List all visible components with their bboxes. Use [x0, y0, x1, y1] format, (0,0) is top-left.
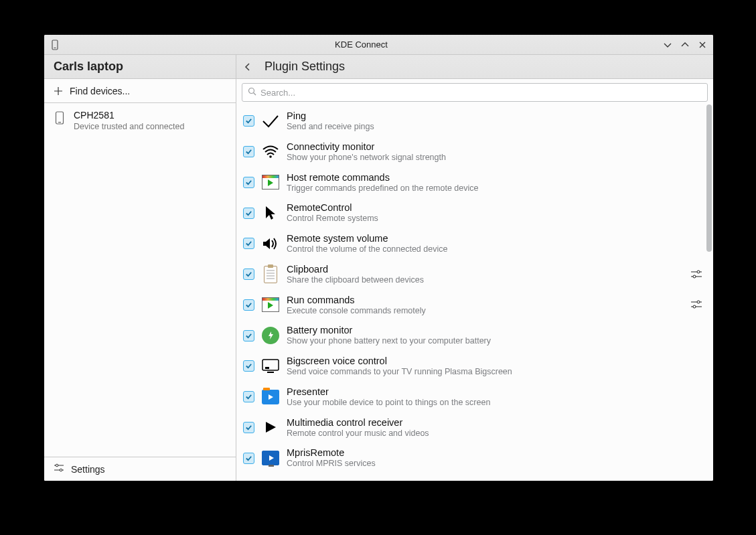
plugin-row[interactable]: RemoteControlControl Remote systems [236, 198, 713, 228]
plugin-row[interactable]: Run commandsExecute console commands rem… [236, 290, 713, 321]
main-header: Plugin Settings [236, 55, 713, 79]
plugin-text: Run commandsExecute console commands rem… [287, 294, 682, 317]
plugin-row[interactable]: Remote system volumeControl the volume o… [236, 228, 713, 259]
plugin-title: Connectivity monitor [287, 141, 704, 153]
plugin-configure-button[interactable] [689, 267, 704, 282]
plugin-text: PingSend and receive pings [287, 110, 704, 133]
app-icon [50, 40, 60, 50]
plugin-checkbox[interactable] [243, 299, 254, 311]
maximize-button[interactable] [680, 40, 690, 50]
plugin-row[interactable]: Connectivity monitorShow your phone's ne… [236, 137, 713, 167]
window-title: KDE Connect [60, 40, 662, 50]
page-title: Plugin Settings [264, 60, 345, 74]
plugin-checkbox[interactable] [243, 360, 254, 372]
device-status: Device trusted and connected [74, 122, 184, 131]
plugin-text: MprisRemoteControl MPRIS services [287, 447, 704, 469]
plugin-checkbox[interactable] [243, 115, 254, 127]
plugin-title: Run commands [287, 294, 682, 306]
settings-button[interactable]: Settings [44, 457, 236, 481]
scrollbar-thumb[interactable] [706, 104, 712, 252]
plugin-checkbox[interactable] [243, 269, 254, 280]
plugin-description: Remote control your music and videos [287, 429, 704, 439]
plugin-description: Execute console commands remotely [287, 306, 682, 317]
plugin-row[interactable]: Multimedia control receiverRemote contro… [236, 412, 713, 443]
plugin-checkbox[interactable] [243, 208, 254, 219]
plugin-description: Show your phone battery next to your com… [287, 336, 704, 347]
plugin-checkbox[interactable] [243, 238, 254, 249]
plugin-checkbox[interactable] [243, 391, 254, 402]
plugin-row[interactable]: PingSend and receive pings [236, 106, 713, 137]
media-icon [261, 173, 280, 192]
search-box[interactable] [242, 83, 708, 102]
minimize-button[interactable] [662, 40, 673, 50]
svg-point-5 [60, 469, 62, 471]
plugin-row[interactable]: Host remote commandsTrigger commands pre… [236, 167, 713, 198]
search-container [236, 79, 713, 104]
plugin-text: Remote system volumeControl the volume o… [287, 232, 704, 255]
svg-point-6 [249, 88, 254, 94]
wifi-icon [261, 143, 280, 161]
app-window: KDE Connect Carls laptop Find devices... [44, 35, 713, 481]
plugin-configure-button[interactable] [689, 297, 704, 312]
plugin-checkbox[interactable] [243, 146, 254, 157]
plugin-text: ClipboardShare the clipboard between dev… [287, 263, 682, 286]
media-icon [261, 295, 280, 314]
plugin-title: Ping [287, 110, 704, 122]
svg-point-4 [56, 464, 58, 467]
svg-rect-14 [265, 367, 269, 369]
plugin-description: Trigger commands predefined on the remot… [287, 183, 704, 194]
plugin-row[interactable]: MprisRemoteControl MPRIS services [236, 443, 713, 473]
plugin-checkbox[interactable] [243, 330, 254, 341]
plugin-text: Bigscreen voice controlSend voice comman… [287, 355, 704, 378]
plugin-checkbox[interactable] [243, 177, 254, 188]
plugin-description: Send voice commands to your TV running P… [287, 367, 704, 378]
plus-icon [54, 86, 63, 96]
svg-rect-13 [267, 372, 274, 373]
plugin-row[interactable]: PresenterUse your mobile device to point… [236, 382, 713, 412]
device-list: CPH2581 Device trusted and connected [44, 103, 236, 457]
find-devices-button[interactable]: Find devices... [44, 79, 236, 103]
plugin-row[interactable]: ClipboardShare the clipboard between dev… [236, 259, 713, 290]
svg-rect-1 [54, 48, 56, 48]
sliders-icon [54, 463, 64, 475]
svg-point-9 [693, 275, 696, 278]
svg-point-7 [269, 155, 272, 158]
plugin-text: Host remote commandsTrigger commands pre… [287, 171, 704, 194]
settings-label: Settings [71, 464, 105, 475]
plugin-checkbox[interactable] [243, 422, 254, 433]
svg-point-11 [693, 305, 696, 308]
plugin-description: Control Remote systems [287, 214, 704, 224]
plugin-description: Share the clipboard between devices [287, 275, 682, 286]
plugin-row[interactable]: Bigscreen voice controlSend voice comman… [236, 351, 713, 382]
device-item[interactable]: CPH2581 Device trusted and connected [44, 103, 236, 138]
plugin-row[interactable]: Battery monitorShow your phone battery n… [236, 320, 713, 351]
main-panel: Plugin Settings PingSend and receive pin… [236, 55, 713, 481]
plugin-title: Multimedia control receiver [287, 416, 704, 429]
content-area: Carls laptop Find devices... CPH2581 Dev… [44, 55, 713, 481]
volume-icon [261, 234, 280, 253]
presenter-icon [261, 388, 280, 406]
scrollbar[interactable] [706, 104, 712, 478]
plugin-checkbox[interactable] [243, 453, 254, 464]
plugin-text: Battery monitorShow your phone battery n… [287, 324, 704, 347]
plugin-description: Show your phone's network signal strengt… [287, 153, 704, 163]
plugin-text: PresenterUse your mobile device to point… [287, 386, 704, 408]
plugin-text: RemoteControlControl Remote systems [287, 202, 704, 224]
svg-rect-12 [262, 360, 279, 370]
plugin-title: Bigscreen voice control [287, 355, 704, 367]
window-controls [662, 40, 708, 50]
current-device-name: Carls laptop [54, 60, 123, 74]
plugin-title: RemoteControl [287, 202, 704, 214]
svg-point-8 [697, 271, 700, 273]
plugin-description: Use your mobile device to point to thing… [287, 398, 704, 408]
plugin-description: Control the volume of the connected devi… [287, 244, 704, 255]
ping-icon [261, 112, 280, 131]
device-name: CPH2581 [74, 110, 184, 121]
search-input[interactable] [260, 88, 702, 98]
sidebar-header: Carls laptop [44, 55, 236, 79]
plugin-list[interactable]: PingSend and receive pingsConnectivity m… [236, 104, 713, 481]
plugin-description: Send and receive pings [287, 122, 704, 133]
back-button[interactable] [240, 60, 255, 74]
close-button[interactable] [697, 40, 708, 50]
plugin-title: MprisRemote [287, 447, 704, 459]
